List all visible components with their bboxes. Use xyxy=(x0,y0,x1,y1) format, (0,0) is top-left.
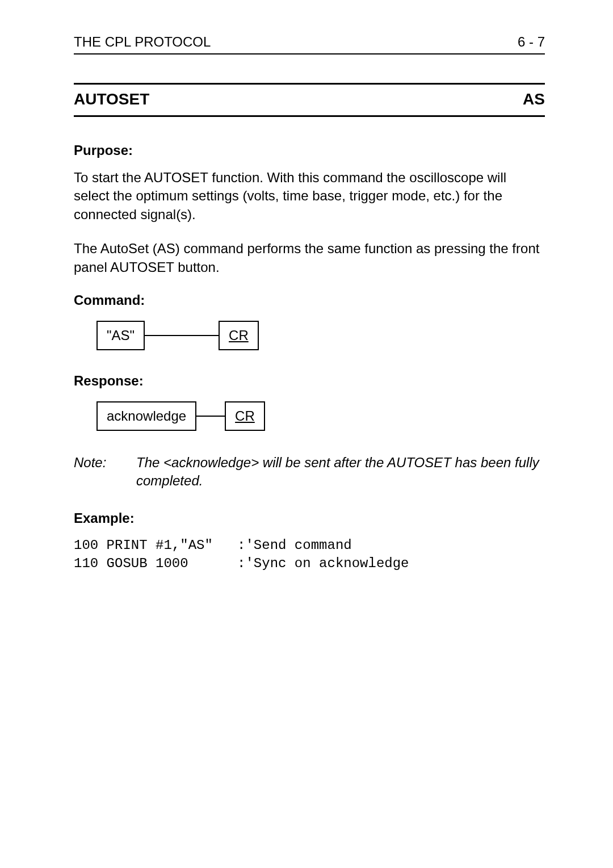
response-heading: Response: xyxy=(74,373,545,389)
response-box-cr: CR xyxy=(225,401,265,431)
purpose-para-2: The AutoSet (AS) command performs the sa… xyxy=(74,240,545,276)
command-syntax-diagram: "AS" CR xyxy=(96,321,545,350)
command-title-block: AUTOSET AS xyxy=(74,83,545,117)
header-left: THE CPL PROTOCOL xyxy=(74,34,211,50)
purpose-heading: Purpose: xyxy=(74,142,545,158)
diagram-connector xyxy=(196,416,225,417)
response-syntax-diagram: acknowledge CR xyxy=(96,401,545,431)
note-text: The <acknowledge> will be sent after the… xyxy=(136,454,545,490)
note-block: Note: The <acknowledge> will be sent aft… xyxy=(74,454,545,490)
command-box-as: "AS" xyxy=(96,321,145,350)
command-title-left: AUTOSET xyxy=(74,90,149,108)
page-header: THE CPL PROTOCOL 6 - 7 xyxy=(74,34,545,54)
command-title-right: AS xyxy=(523,90,545,108)
example-code: 100 PRINT #1,"AS" :'Send command 110 GOS… xyxy=(74,536,545,573)
response-box-ack: acknowledge xyxy=(96,401,196,431)
note-label: Note: xyxy=(74,454,136,490)
header-right: 6 - 7 xyxy=(518,34,545,50)
code-line-2: 110 GOSUB 1000 :'Sync on acknowledge xyxy=(74,556,409,571)
command-heading: Command: xyxy=(74,292,545,308)
code-line-1: 100 PRINT #1,"AS" :'Send command xyxy=(74,538,352,553)
purpose-para-1: To start the AUTOSET function. With this… xyxy=(74,169,545,224)
command-box-cr: CR xyxy=(219,321,259,350)
diagram-connector xyxy=(145,335,219,336)
example-heading: Example: xyxy=(74,510,545,526)
